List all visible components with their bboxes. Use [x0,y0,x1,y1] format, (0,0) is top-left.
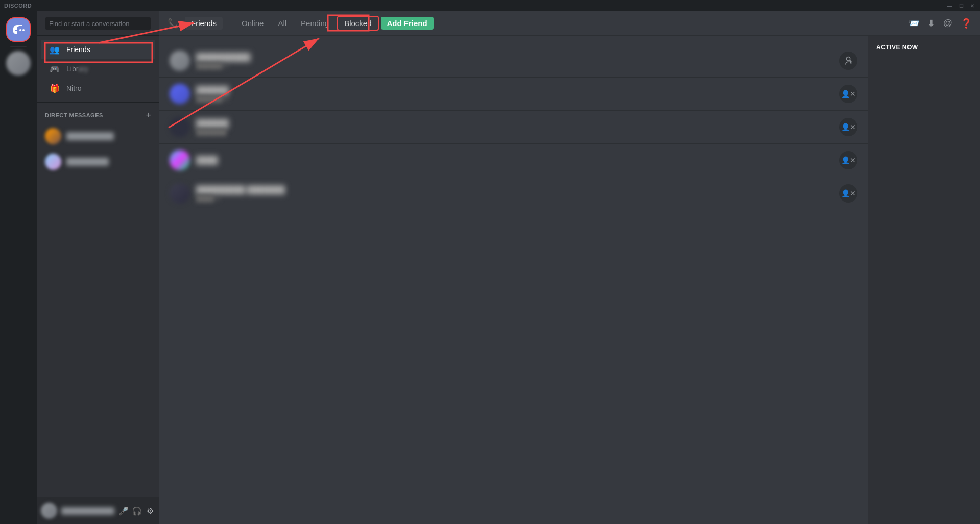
dm-avatar [45,154,61,170]
app-body: 👥 Friends 🎮 Library 🎁 Nitro DIRECT MESSA… [0,11,980,524]
dm-section-header: DIRECT MESSAGES + [37,103,159,122]
friend-info: █████████ ███████ ████ed [196,185,839,202]
remove-friend-button[interactable]: 👤✕ [839,151,857,169]
nitro-icon: 🎁 [49,83,60,94]
friend-actions: 👤✕ [839,151,857,169]
friend-name: █████████ ███████ [196,185,839,194]
settings-button[interactable]: ⚙ [145,506,155,516]
remove-friend-button[interactable]: 👤✕ [839,118,857,136]
remove-friend-button[interactable]: 👤✕ [839,184,857,203]
user-panel-controls: 🎤 🎧 ⚙ [118,506,155,516]
library-icon: 🎮 [49,63,60,74]
friends-list: ██████████ ██████ed ✕ [159,36,868,524]
nav-divider [229,17,229,30]
search-bar[interactable] [37,11,159,36]
nav-action-icons: 📨 ⬇ @ ❓ [908,18,972,29]
dm-item[interactable]: ████ ████ [41,149,155,174]
help-icon[interactable]: ❓ [961,18,972,29]
friend-item[interactable]: ██████ ███████ 👤✕ [159,110,868,143]
remove-friend-button[interactable]: 👤✕ [839,85,857,103]
dm-item[interactable]: ██████ ███ [41,124,155,148]
dm-name: ██████ ███ [66,132,114,140]
friend-item[interactable]: ██████████ ██████ed ✕ [159,44,868,77]
microphone-button[interactable]: 🎤 [118,506,129,516]
svg-point-0 [19,29,21,31]
search-input[interactable] [45,17,151,30]
top-navbar: 📞 Friends Online All Pending Blocked Add… [159,11,980,36]
friend-item[interactable]: █████████ ███████ ████ed 👤✕ [159,177,868,210]
friend-status: ████ed [196,195,839,202]
friend-info: ██████ ██████ed [196,86,839,103]
sidebar-item-friends[interactable]: 👥 Friends [41,40,155,59]
friend-avatar [170,183,190,204]
friend-name: ████ [196,156,839,164]
user-panel-name: ████████ [61,507,114,515]
friend-name: ██████████ [196,53,839,61]
tab-blocked[interactable]: Blocked [337,16,378,31]
maximize-button[interactable]: ☐ [958,2,965,9]
mention-icon[interactable]: @ [943,18,952,29]
sidebar-nav: 👥 Friends 🎮 Library 🎁 Nitro [37,36,159,103]
dm-section-title: DIRECT MESSAGES [45,112,103,118]
friend-item[interactable]: ████ 👤✕ [159,143,868,177]
friends-icon: 👥 [49,44,60,55]
friend-info: ████ [196,156,839,165]
server-separator [10,46,27,47]
new-message-icon[interactable]: 📨 [908,18,919,29]
dm-add-button[interactable]: + [146,111,151,120]
friend-actions: 👤✕ [839,118,857,136]
main-content: 📞 Friends Online All Pending Blocked Add… [159,11,980,524]
active-now-title: ACTIVE NOW [876,44,972,51]
minimize-button[interactable]: — [946,2,953,9]
sidebar-item-nitro-label: Nitro [66,84,82,92]
add-friend-button[interactable]: Add Friend [381,17,434,30]
window-controls[interactable]: — ☐ ✕ [946,2,976,9]
close-button[interactable]: ✕ [969,2,976,9]
active-now-panel: ACTIVE NOW [868,36,980,524]
titlebar: DISCORD — ☐ ✕ [0,0,980,11]
user-panel: ████████ 🎤 🎧 ⚙ [37,497,159,524]
sidebar-item-library[interactable]: 🎮 Library [41,59,155,79]
dm-name: ████ ████ [66,158,109,166]
svg-text:✕: ✕ [850,61,852,64]
friend-name: ██████ [196,86,839,94]
friend-status: ███████ [196,129,839,136]
headphones-button[interactable]: 🎧 [132,506,142,516]
friend-avatar [170,51,190,71]
friend-item[interactable]: ██████ ██████ed 👤✕ [159,77,868,110]
svg-point-1 [22,29,25,31]
tab-friends[interactable]: Friends [185,17,223,30]
dm-list: ██████ ███ ████ ████ [37,122,159,497]
friend-actions: 👤✕ [839,85,857,103]
sidebar-item-friends-label: Friends [66,45,90,54]
channel-sidebar: 👥 Friends 🎮 Library 🎁 Nitro DIRECT MESSA… [37,11,159,524]
dm-avatar [45,128,61,144]
sidebar-item-library-label: Library [66,65,88,73]
friend-status: ██████ed [196,62,839,69]
tab-all[interactable]: All [272,17,293,30]
user-avatar [41,503,57,519]
friend-actions: 👤✕ [839,184,857,203]
friend-avatar [170,117,190,137]
friend-actions: ✕ [839,52,857,70]
download-icon[interactable]: ⬇ [927,18,935,29]
app-title: DISCORD [4,3,32,9]
friend-name: ██████ [196,119,839,128]
friend-info: ██████ ███████ [196,119,839,136]
discord-home-button[interactable] [6,17,31,42]
tab-pending[interactable]: Pending [295,17,335,30]
friend-status: ██████ed [196,95,839,103]
server-sidebar [0,11,37,524]
friend-info: ██████████ ██████ed [196,53,839,69]
tab-online[interactable]: Online [235,17,270,30]
friend-avatar [170,150,190,170]
friends-phone-icon: 📞 [168,18,179,29]
user-server-icon[interactable] [6,51,31,76]
friend-avatar [170,84,190,104]
sidebar-item-nitro[interactable]: 🎁 Nitro [41,79,155,98]
remove-friend-button[interactable]: ✕ [839,52,857,70]
